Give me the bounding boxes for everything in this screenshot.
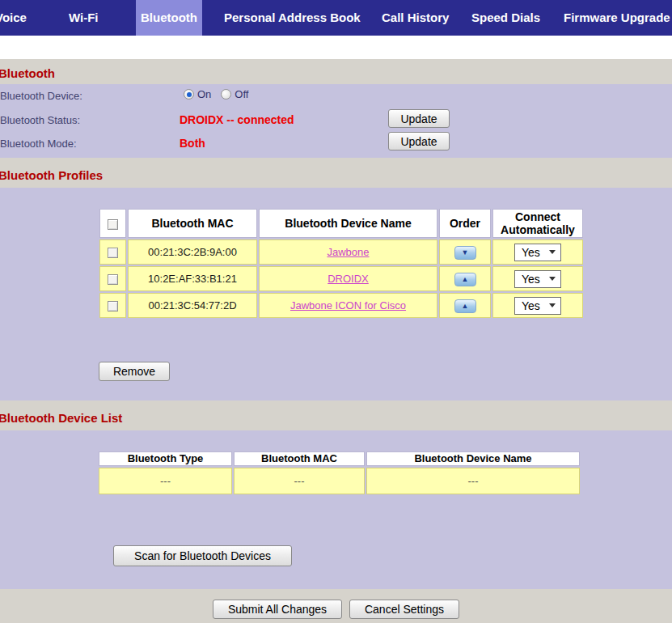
- col-header-mac: Bluetooth MAC: [234, 451, 365, 466]
- bluetooth-device-list-table: Bluetooth Type Bluetooth MAC Bluetooth D…: [97, 450, 581, 496]
- section-header-bluetooth: Bluetooth: [0, 59, 672, 84]
- tab-call-history[interactable]: Call History: [382, 0, 449, 36]
- select-all-cell: [99, 209, 126, 238]
- dropdown-arrow-icon: [549, 303, 556, 307]
- radio-on-label: On: [197, 88, 211, 100]
- connect-select[interactable]: Yes: [514, 270, 561, 288]
- dropdown-arrow-icon: [549, 277, 556, 281]
- bluetooth-device-label: Bluetooth Device:: [0, 90, 82, 102]
- update-mode-button[interactable]: Update: [388, 132, 450, 150]
- radio-on[interactable]: [184, 89, 194, 100]
- cancel-settings-button[interactable]: Cancel Settings: [349, 600, 459, 619]
- submit-all-changes-button[interactable]: Submit All Changes: [213, 600, 342, 619]
- section-header-profiles: Bluetooth Profiles: [0, 158, 672, 188]
- bluetooth-device-radio-group: On Off: [184, 88, 255, 100]
- device-link[interactable]: Jawbone ICON for Cisco: [290, 299, 406, 312]
- tab-wifi[interactable]: Wi-Fi: [69, 0, 99, 36]
- type-cell: ---: [99, 468, 232, 494]
- bluetooth-section: Bluetooth Device: On Off Bluetooth Statu…: [0, 84, 672, 158]
- top-nav: Voice Wi-Fi Bluetooth Personal Address B…: [0, 0, 672, 36]
- order-up-button[interactable]: ▲: [454, 299, 476, 313]
- profiles-header-row: Bluetooth MAC Bluetooth Device Name Orde…: [99, 209, 583, 238]
- tab-firmware-upgrade[interactable]: Firmware Upgrade: [564, 0, 670, 36]
- tab-personal-address-book[interactable]: Personal Address Book: [224, 0, 361, 36]
- section-title: Bluetooth: [0, 66, 55, 80]
- device-link[interactable]: DROIDX: [328, 273, 369, 285]
- footer-bar: Submit All Changes Cancel Settings: [0, 589, 672, 623]
- bluetooth-profiles-table: Bluetooth MAC Bluetooth Device Name Orde…: [98, 207, 585, 320]
- section-title: Bluetooth Device List: [0, 411, 122, 425]
- tab-voice[interactable]: Voice: [0, 0, 27, 36]
- col-header-connect: Connect Automatically: [492, 209, 583, 238]
- nav-separator: [0, 36, 672, 59]
- bluetooth-mode-value: Both: [180, 137, 205, 150]
- table-row: 10:2E:AF:33:B1:21 DROIDX ▲ Yes: [99, 266, 583, 291]
- arrow-up-icon: ▲: [462, 276, 469, 283]
- table-row: 00:21:3C:54:77:2D Jawbone ICON for Cisco…: [99, 293, 583, 318]
- radio-off-label: Off: [235, 88, 248, 100]
- connect-select[interactable]: Yes: [514, 244, 561, 261]
- order-up-button[interactable]: ▲: [454, 273, 476, 286]
- remove-button[interactable]: Remove: [99, 362, 170, 381]
- device-list-section: Bluetooth Type Bluetooth MAC Bluetooth D…: [0, 430, 672, 589]
- col-header-name: Bluetooth Device Name: [366, 451, 580, 466]
- connect-select[interactable]: Yes: [514, 297, 561, 315]
- arrow-down-icon: ▼: [462, 249, 469, 256]
- col-header-name: Bluetooth Device Name: [259, 209, 437, 238]
- tab-speed-dials[interactable]: Speed Dials: [471, 0, 540, 36]
- section-header-device-list: Bluetooth Device List: [0, 400, 672, 430]
- name-cell: ---: [366, 468, 580, 494]
- bluetooth-status-value: DROIDX -- connected: [180, 113, 294, 126]
- bluetooth-settings-page: Voice Wi-Fi Bluetooth Personal Address B…: [0, 0, 672, 623]
- col-header-type: Bluetooth Type: [99, 451, 232, 466]
- section-title: Bluetooth Profiles: [0, 168, 103, 182]
- col-header-mac: Bluetooth MAC: [128, 209, 257, 238]
- table-row: --- --- ---: [99, 468, 580, 494]
- mac-cell: ---: [234, 468, 365, 494]
- arrow-up-icon: ▲: [462, 303, 469, 310]
- mac-cell: 00:21:3C:54:77:2D: [128, 293, 257, 318]
- dropdown-arrow-icon: [549, 250, 556, 254]
- profiles-section: Bluetooth MAC Bluetooth Device Name Orde…: [0, 188, 672, 400]
- order-down-button[interactable]: ▼: [454, 246, 476, 260]
- row-checkbox[interactable]: [108, 301, 118, 312]
- mac-cell: 00:21:3C:2B:9A:00: [128, 239, 257, 265]
- col-header-order: Order: [439, 209, 491, 238]
- table-row: 00:21:3C:2B:9A:00 Jawbone ▼ Yes: [99, 239, 583, 265]
- device-list-header-row: Bluetooth Type Bluetooth MAC Bluetooth D…: [99, 451, 580, 466]
- bluetooth-mode-label: Bluetooth Mode:: [0, 138, 77, 150]
- select-all-checkbox[interactable]: [108, 219, 118, 230]
- device-link[interactable]: Jawbone: [327, 246, 369, 258]
- scan-for-bluetooth-devices-button[interactable]: Scan for Bluetooth Devices: [113, 545, 292, 566]
- row-checkbox[interactable]: [108, 274, 118, 285]
- update-status-button[interactable]: Update: [388, 109, 450, 128]
- radio-off[interactable]: [221, 89, 231, 100]
- bluetooth-status-label: Bluetooth Status:: [0, 114, 80, 126]
- mac-cell: 10:2E:AF:33:B1:21: [128, 266, 257, 291]
- row-checkbox[interactable]: [108, 248, 118, 258]
